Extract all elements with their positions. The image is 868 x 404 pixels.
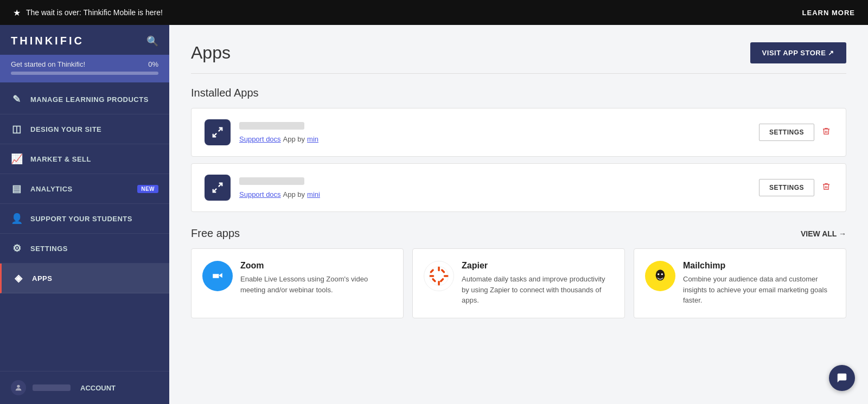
zapier-desc: Automate daily tasks and improve product…	[462, 274, 614, 306]
mailchimp-info: Mailchimp Combine your audience data and…	[683, 261, 835, 306]
free-apps-title: Free apps	[191, 227, 240, 240]
chat-button[interactable]	[829, 365, 855, 391]
sidebar-item-market-sell[interactable]: 📈 MARKET & SELL	[0, 144, 169, 174]
sidebar-item-label: MARKET & SELL	[30, 155, 158, 163]
app-info-2: Support docs App by mini	[239, 177, 750, 198]
free-app-card-zoom[interactable]: Zoom Enable Live Lessons using Zoom's vi…	[191, 248, 404, 318]
app-by-prefix-2: App by	[283, 190, 305, 198]
progress-section: Get started on Thinkific! 0%	[0, 55, 169, 82]
free-app-card-zapier[interactable]: Zapier Automate daily tasks and improve …	[412, 248, 625, 318]
app-author-link-1[interactable]: min	[307, 135, 318, 143]
page-title: Apps	[191, 43, 231, 63]
zoom-info: Zoom Enable Live Lessons using Zoom's vi…	[240, 261, 392, 306]
svg-rect-10	[444, 275, 449, 277]
zapier-name: Zapier	[462, 261, 614, 271]
mailchimp-name: Mailchimp	[683, 261, 835, 271]
free-apps-grid: Zoom Enable Live Lessons using Zoom's vi…	[191, 248, 846, 318]
svg-rect-8	[438, 281, 440, 286]
mailchimp-desc: Combine your audience data and customer …	[683, 274, 835, 306]
account-label: ACCOUNT	[80, 384, 116, 392]
installed-apps-section: Installed Apps Support docs App by min S…	[191, 87, 846, 212]
zapier-info: Zapier Automate daily tasks and improve …	[462, 261, 614, 306]
sidebar-item-analytics[interactable]: ▤ ANALYTICS NEW	[0, 174, 169, 204]
sidebar-item-label: SETTINGS	[30, 245, 158, 253]
mailchimp-icon	[645, 261, 675, 291]
progress-label: Get started on Thinkific!	[11, 60, 85, 68]
main-layout: THINKIFIC 🔍 Get started on Thinkific! 0%…	[0, 25, 868, 404]
view-all-link[interactable]: VIEW ALL →	[801, 229, 846, 238]
sidebar-item-apps[interactable]: ◈ APPS	[0, 264, 169, 293]
zoom-desc: Enable Live Lessons using Zoom's video m…	[240, 274, 392, 295]
installed-app-card-2: Support docs App by mini SETTINGS	[191, 163, 846, 212]
banner-message-group: ★ The wait is over: Thinkific Mobile is …	[13, 8, 163, 18]
zapier-icon	[424, 261, 454, 291]
app-meta-1: Support docs App by min	[239, 135, 750, 143]
account-name-blurred	[33, 384, 71, 391]
manage-learning-icon: ✎	[11, 93, 23, 105]
sidebar-logo: THINKIFIC	[11, 35, 84, 47]
app-delete-button-1[interactable]	[820, 125, 833, 140]
content-area: Apps VISIT APP STORE ↗ Installed Apps Su…	[169, 25, 868, 404]
settings-icon: ⚙	[11, 242, 23, 254]
app-icon-1	[205, 119, 231, 145]
account-avatar	[11, 380, 26, 395]
sidebar-nav: ✎ MANAGE LEARNING PRODUCTS ◫ DESIGN YOUR…	[0, 85, 169, 371]
sidebar-item-settings[interactable]: ⚙ SETTINGS	[0, 234, 169, 264]
support-docs-link-1[interactable]: Support docs	[239, 135, 281, 143]
svg-rect-9	[430, 275, 435, 277]
page-header: Apps VISIT APP STORE ↗	[191, 42, 846, 74]
support-docs-link-2[interactable]: Support docs	[239, 190, 281, 198]
svg-point-0	[17, 385, 20, 388]
top-banner: ★ The wait is over: Thinkific Mobile is …	[0, 0, 868, 25]
app-actions-2: SETTINGS	[759, 179, 833, 196]
sidebar-account[interactable]: ACCOUNT	[0, 371, 169, 404]
design-site-icon: ◫	[11, 123, 23, 135]
free-apps-header: Free apps VIEW ALL →	[191, 227, 846, 240]
market-sell-icon: 📈	[11, 153, 23, 165]
svg-point-18	[661, 273, 663, 275]
sidebar-item-design-site[interactable]: ◫ DESIGN YOUR SITE	[0, 114, 169, 144]
sidebar-item-support-students[interactable]: 👤 SUPPORT YOUR STUDENTS	[0, 204, 169, 234]
banner-message: The wait is over: Thinkific Mobile is he…	[26, 8, 163, 17]
sidebar: THINKIFIC 🔍 Get started on Thinkific! 0%…	[0, 25, 169, 404]
analytics-new-badge: NEW	[137, 185, 158, 193]
free-apps-section: Free apps VIEW ALL → Zoom Enable Live Le…	[191, 227, 846, 318]
progress-label-row: Get started on Thinkific! 0%	[11, 60, 158, 68]
svg-point-17	[658, 273, 659, 275]
installed-app-card-1: Support docs App by min SETTINGS	[191, 108, 846, 157]
banner-cta-link[interactable]: LEARN MORE	[802, 9, 855, 17]
installed-apps-title: Installed Apps	[191, 87, 846, 99]
analytics-icon: ▤	[11, 183, 23, 195]
banner-star-icon: ★	[13, 8, 21, 18]
app-settings-button-1[interactable]: SETTINGS	[759, 124, 814, 141]
app-name-blurred-1	[239, 122, 304, 130]
app-icon-2	[205, 175, 231, 201]
sidebar-item-label: MANAGE LEARNING PRODUCTS	[30, 95, 158, 104]
apps-icon: ◈	[12, 272, 24, 284]
progress-percent: 0%	[148, 60, 158, 68]
sidebar-item-label: SUPPORT YOUR STUDENTS	[30, 215, 158, 223]
app-meta-2: Support docs App by mini	[239, 190, 750, 198]
sidebar-item-manage-learning[interactable]: ✎ MANAGE LEARNING PRODUCTS	[0, 85, 169, 114]
zoom-icon	[202, 261, 233, 291]
visit-app-store-button[interactable]: VISIT APP STORE ↗	[750, 42, 846, 63]
sidebar-item-label: APPS	[32, 274, 158, 283]
app-info-1: Support docs App by min	[239, 122, 750, 143]
app-delete-button-2[interactable]	[820, 180, 833, 195]
app-name-blurred-2	[239, 177, 304, 185]
support-students-icon: 👤	[11, 213, 23, 225]
sidebar-logo-row: THINKIFIC 🔍	[0, 25, 169, 55]
sidebar-item-label: DESIGN YOUR SITE	[30, 125, 158, 133]
app-author-link-2[interactable]: mini	[307, 190, 320, 198]
zoom-name: Zoom	[240, 261, 392, 271]
svg-rect-7	[438, 267, 440, 272]
progress-bar-bg	[11, 72, 158, 75]
search-icon[interactable]: 🔍	[146, 35, 158, 47]
free-app-card-mailchimp[interactable]: Mailchimp Combine your audience data and…	[634, 248, 846, 318]
app-actions-1: SETTINGS	[759, 124, 833, 141]
app-settings-button-2[interactable]: SETTINGS	[759, 179, 814, 196]
app-by-prefix-1: App by	[283, 135, 305, 143]
sidebar-item-label: ANALYTICS	[30, 185, 130, 193]
